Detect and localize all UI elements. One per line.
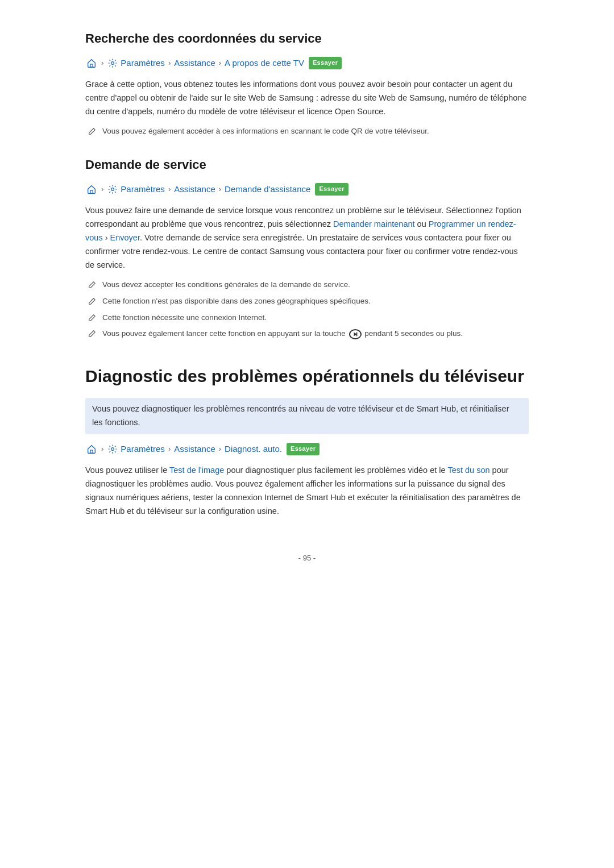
breadcrumb-assistance-1[interactable]: Assistance [174, 56, 215, 70]
breadcrumb-sep-3: › [219, 57, 221, 69]
breadcrumb-parametres-1[interactable]: Paramètres [121, 56, 165, 70]
breadcrumb-diagnost[interactable]: Diagnost. auto. [225, 442, 282, 456]
section-recherche: Recherche des coordonnées du service › P… [85, 28, 529, 138]
page-content: Recherche des coordonnées du service › P… [51, 0, 563, 599]
breadcrumb-recherche: › Paramètres › Assistance › A propos de … [85, 56, 529, 70]
breadcrumb-sep-5: › [168, 184, 171, 196]
section-title-demande: Demande de service [85, 155, 529, 175]
body-diagnostic-1: Vous pouvez utiliser le [85, 466, 169, 475]
body-text-recherche: Grace à cette option, vous obtenez toute… [85, 78, 529, 119]
body-test-image: Test de l'image [169, 466, 224, 475]
breadcrumb-sep-9: › [219, 443, 221, 455]
body-text-diagnostic: Vous pouvez utiliser le Test de l'image … [85, 464, 529, 518]
play-pause-icon [349, 329, 362, 339]
pencil-icon-3 [88, 297, 97, 306]
home-icon [85, 57, 98, 69]
note-demande-4-after: pendant 5 secondes ou plus. [364, 329, 463, 338]
gear-icon-1 [107, 57, 118, 69]
svg-point-7 [111, 448, 114, 451]
notes-recherche: Vous pouvez également accéder à ces info… [85, 126, 529, 138]
breadcrumb-parametres-2[interactable]: Paramètres [121, 182, 165, 196]
note-demande-1: Vous devez accepter les conditions génér… [88, 279, 529, 291]
page-number: - 95 - [85, 553, 529, 564]
pencil-icon-1 [88, 127, 97, 136]
highlight-diagnostic: Vous pouvez diagnostiquer les problèmes … [85, 398, 529, 434]
note-text-demande-4: Vous pouvez également lancer cette fonct… [102, 328, 463, 340]
svg-rect-2 [90, 190, 93, 193]
breadcrumb-demande: › Paramètres › Assistance › Demande d'as… [85, 182, 529, 196]
gear-icon-2 [107, 184, 118, 195]
note-text-demande-3: Cette fonction nécessite une connexion I… [102, 312, 267, 324]
note-text-demande-1: Vous devez accepter les conditions génér… [102, 279, 350, 291]
breadcrumb-apropos[interactable]: A propos de cette TV [225, 56, 304, 70]
svg-rect-6 [90, 450, 93, 453]
body-text-demande: Vous pouvez faire une demande de service… [85, 204, 529, 272]
note-demande-4-before: Vous pouvez également lancer cette fonct… [102, 329, 346, 338]
note-text-demande-2: Cette fonction n'est pas disponible dans… [102, 296, 371, 308]
svg-rect-5 [356, 332, 357, 336]
body-diagnostic-2: pour diagnostiquer plus facilement les p… [224, 466, 447, 475]
breadcrumb-assistance-3[interactable]: Assistance [174, 442, 215, 456]
pencil-icon-5 [88, 329, 97, 338]
section-diagnostic: Diagnostic des problèmes opérationnels d… [85, 363, 529, 518]
essayer-badge-1[interactable]: Essayer [309, 57, 342, 69]
home-icon-3 [85, 443, 98, 455]
breadcrumb-demande-assistance[interactable]: Demande d'assistance [225, 182, 310, 196]
breadcrumb-sep-1: › [101, 57, 103, 69]
svg-point-1 [111, 62, 114, 65]
note-demande-3: Cette fonction nécessite une connexion I… [88, 312, 529, 324]
home-icon-2 [85, 183, 98, 196]
breadcrumb-sep-2: › [168, 57, 171, 69]
pencil-icon-2 [88, 280, 97, 289]
body-part-demander: Demander maintenant [333, 219, 414, 229]
essayer-badge-2[interactable]: Essayer [315, 183, 348, 196]
body-test-son: Test du son [447, 466, 489, 475]
svg-point-3 [111, 188, 114, 191]
body-part-demande-end: . Votre demande de service sera enregist… [85, 233, 518, 269]
notes-demande: Vous devez accepter les conditions génér… [85, 279, 529, 340]
pencil-icon-4 [88, 313, 97, 322]
gear-icon-3 [107, 443, 118, 455]
note-demande-2: Cette fonction n'est pas disponible dans… [88, 296, 529, 308]
breadcrumb-parametres-3[interactable]: Paramètres [121, 442, 165, 456]
breadcrumb-diagnostic: › Paramètres › Assistance › Diagnost. au… [85, 442, 529, 456]
section-demande: Demande de service › Paramètres › Assist… [85, 155, 529, 340]
breadcrumb-sep-7: › [101, 443, 103, 455]
breadcrumb-sep-6: › [219, 184, 221, 196]
section-title-recherche: Recherche des coordonnées du service [85, 28, 529, 48]
breadcrumb-sep-8: › [168, 443, 171, 455]
breadcrumb-sep-4: › [101, 184, 103, 196]
breadcrumb-assistance-2[interactable]: Assistance [174, 182, 215, 196]
note-recherche-1: Vous pouvez également accéder à ces info… [88, 126, 529, 138]
note-demande-4: Vous pouvez également lancer cette fonct… [88, 328, 529, 340]
svg-rect-0 [90, 64, 93, 67]
note-text-recherche-1: Vous pouvez également accéder à ces info… [102, 126, 429, 138]
essayer-badge-3[interactable]: Essayer [287, 443, 320, 455]
body-part-ou: ou [415, 219, 429, 229]
body-part-arrow: › [103, 233, 110, 242]
body-part-envoyer: Envoyer [110, 233, 140, 242]
section-title-diagnostic: Diagnostic des problèmes opérationnels d… [85, 363, 529, 390]
